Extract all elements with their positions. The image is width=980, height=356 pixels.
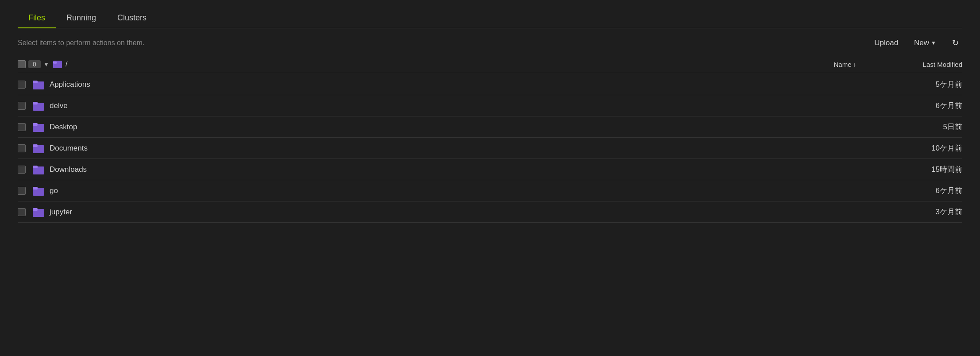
select-dropdown-arrow[interactable]: ▼ <box>43 61 49 68</box>
svg-rect-3 <box>33 81 38 83</box>
table-row: Desktop 5日前 <box>18 116 962 138</box>
new-dropdown-icon: ▼ <box>931 40 936 46</box>
row-checkbox[interactable] <box>18 81 26 89</box>
table-row: Applications 5ケ月前 <box>18 74 962 95</box>
folder-icon <box>33 80 44 89</box>
table-row: go 6ケ月前 <box>18 180 962 201</box>
file-modified: 6ケ月前 <box>865 186 962 196</box>
svg-rect-9 <box>33 144 38 147</box>
row-checkbox[interactable] <box>18 166 26 174</box>
folder-icon <box>33 165 44 174</box>
file-list-header: 0 ▼ / Name ↓ Last Modified <box>18 57 962 72</box>
svg-rect-1 <box>53 62 57 64</box>
row-checkbox[interactable] <box>18 102 26 110</box>
svg-rect-13 <box>33 187 38 190</box>
table-row: Documents 10ケ月前 <box>18 138 962 159</box>
row-checkbox[interactable] <box>18 144 26 152</box>
svg-rect-5 <box>33 102 38 104</box>
upload-button[interactable]: Upload <box>871 37 902 49</box>
folder-icon <box>33 122 44 132</box>
folder-icon <box>33 143 44 153</box>
table-row: delve 6ケ月前 <box>18 95 962 116</box>
file-modified: 5ケ月前 <box>865 79 962 89</box>
breadcrumb-folder-icon <box>53 61 62 68</box>
file-name[interactable]: Desktop <box>50 123 865 132</box>
toolbar: Select items to perform actions on them.… <box>18 36 962 50</box>
file-name[interactable]: go <box>50 186 865 195</box>
refresh-button[interactable]: ↻ <box>949 36 962 50</box>
svg-rect-7 <box>33 123 38 126</box>
select-all-checkbox[interactable] <box>18 60 26 68</box>
folder-icon <box>33 207 44 217</box>
select-all-area: 0 ▼ <box>18 60 53 68</box>
breadcrumb-slash: / <box>66 60 67 68</box>
row-checkbox[interactable] <box>18 208 26 216</box>
file-list: Applications 5ケ月前 delve 6ケ月前 Desktop 5日前 <box>18 74 962 223</box>
tab-files[interactable]: Files <box>18 9 56 28</box>
breadcrumb: / <box>53 60 794 68</box>
folder-icon <box>33 186 44 196</box>
file-modified: 15時間前 <box>865 164 962 174</box>
file-modified: 5日前 <box>865 122 962 132</box>
file-name[interactable]: delve <box>50 101 865 110</box>
svg-rect-15 <box>33 208 38 211</box>
file-modified: 3ケ月前 <box>865 207 962 217</box>
file-name[interactable]: Downloads <box>50 165 865 174</box>
tab-running[interactable]: Running <box>56 9 107 28</box>
sort-arrow-icon: ↓ <box>853 61 857 68</box>
table-row: jupyter 3ケ月前 <box>18 201 962 223</box>
col-modified-header[interactable]: Last Modified <box>865 61 962 68</box>
table-row: Downloads 15時間前 <box>18 159 962 180</box>
selected-count: 0 <box>28 60 41 68</box>
toolbar-actions: Upload New ▼ ↻ <box>871 36 962 50</box>
tab-bar: Files Running Clusters <box>18 9 962 28</box>
tab-clusters[interactable]: Clusters <box>107 9 157 28</box>
file-modified: 10ケ月前 <box>865 143 962 153</box>
file-name[interactable]: Documents <box>50 144 865 153</box>
row-checkbox[interactable] <box>18 123 26 131</box>
toolbar-hint: Select items to perform actions on them. <box>18 39 144 47</box>
svg-rect-11 <box>33 166 38 168</box>
col-name-header[interactable]: Name ↓ <box>794 61 865 68</box>
folder-icon <box>33 101 44 111</box>
file-modified: 6ケ月前 <box>865 101 962 111</box>
file-name[interactable]: Applications <box>50 80 865 89</box>
row-checkbox[interactable] <box>18 187 26 195</box>
file-name[interactable]: jupyter <box>50 208 865 217</box>
new-button[interactable]: New ▼ <box>911 37 940 49</box>
